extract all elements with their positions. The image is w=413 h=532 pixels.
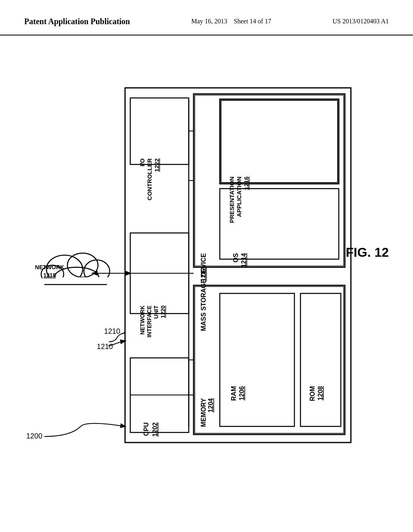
svg-text:ROM: ROM (309, 386, 316, 401)
svg-text:1212: 1212 (200, 267, 207, 282)
svg-rect-33 (300, 293, 341, 426)
svg-text:1202: 1202 (152, 422, 159, 437)
svg-text:PRESENTATION: PRESENTATION (228, 177, 235, 223)
svg-text:1206: 1206 (238, 386, 245, 401)
svg-text:1214: 1214 (240, 253, 247, 268)
svg-text:1218: 1218 (43, 272, 56, 278)
svg-rect-4 (195, 95, 344, 266)
svg-text:1200: 1200 (26, 432, 42, 440)
svg-text:MASS STORAGE DEVICE: MASS STORAGE DEVICE (200, 253, 207, 331)
svg-rect-30 (220, 293, 294, 426)
svg-rect-8 (221, 100, 338, 183)
svg-rect-15 (130, 98, 189, 164)
svg-text:NETWORK: NETWORK (35, 264, 64, 270)
svg-text:1204: 1204 (207, 398, 214, 413)
svg-text:CONTROLLER: CONTROLLER (146, 158, 153, 200)
svg-text:1220: 1220 (160, 305, 166, 318)
svg-text:UNIT: UNIT (153, 305, 159, 319)
svg-rect-27 (195, 287, 344, 433)
svg-rect-44 (42, 277, 109, 289)
svg-text:APPLICATION: APPLICATION (236, 177, 242, 217)
publication-label: Patent Application Publication (24, 16, 130, 27)
patent-number: US 2013/0120403 A1 (332, 16, 389, 27)
system-diagram: 1210 1210 MASS STORAGE DEVICE 1212 (0, 35, 413, 519)
svg-text:OS: OS (232, 253, 239, 262)
diagram-area: FIG. 12 1210 1210 MASS STORAGE (0, 35, 413, 519)
svg-text:1210: 1210 (104, 327, 120, 335)
svg-text:1222: 1222 (153, 158, 160, 172)
svg-text:1210: 1210 (97, 343, 113, 351)
header-center-info: May 16, 2013 Sheet 14 of 17 (191, 16, 271, 27)
svg-text:INTERFACE: INTERFACE (146, 305, 152, 337)
svg-text:RAM: RAM (230, 386, 237, 401)
svg-text:1216: 1216 (243, 177, 250, 190)
page-header: Patent Application Publication May 16, 2… (0, 0, 413, 35)
svg-text:I/O: I/O (139, 158, 146, 166)
svg-text:CPU: CPU (143, 422, 150, 436)
svg-rect-26 (194, 285, 345, 434)
svg-point-40 (67, 253, 98, 277)
svg-text:1208: 1208 (317, 386, 324, 401)
svg-text:NETWORK: NETWORK (139, 305, 146, 335)
svg-text:MEMORY: MEMORY (200, 398, 207, 427)
svg-rect-3 (194, 94, 345, 267)
svg-rect-7 (220, 99, 339, 184)
